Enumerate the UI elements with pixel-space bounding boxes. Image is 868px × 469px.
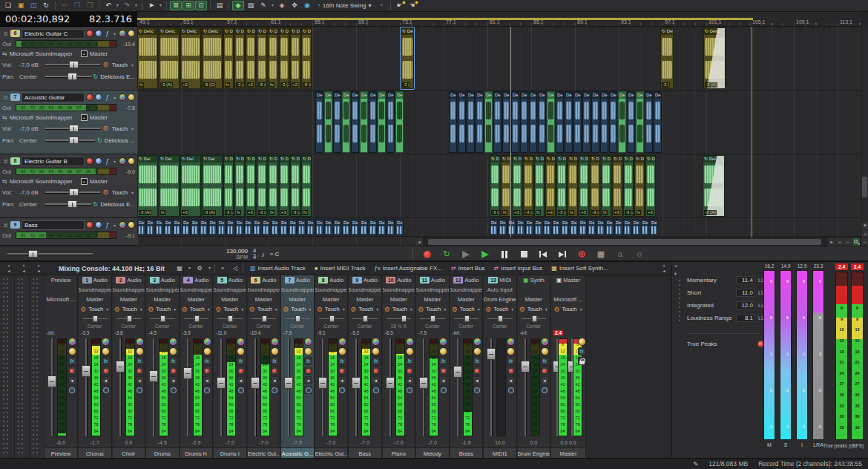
automation-gear-icon[interactable]: ⚙ (384, 306, 391, 313)
channel-fader[interactable] (183, 338, 193, 436)
insert-audio-track-button[interactable]: ▥Insert Audio Track (247, 263, 309, 274)
save-icon[interactable]: ◫ (27, 1, 39, 10)
strip-name[interactable]: Drums (146, 447, 179, 459)
transport-go-to-start-button[interactable] (536, 248, 550, 260)
channel-fader[interactable] (418, 338, 429, 436)
pan-handle[interactable] (363, 315, 368, 322)
audio-clip[interactable]: De (333, 91, 341, 153)
solo-button[interactable] (406, 386, 414, 394)
strip-name[interactable]: Drum Engine (518, 447, 550, 459)
audio-clip[interactable]: ↻ Delic+2 (290, 27, 300, 89)
audio-clip[interactable]: ↻ Delic-3 (A) (279, 27, 289, 89)
audio-clip[interactable]: De (552, 219, 560, 235)
mute-button[interactable] (95, 30, 102, 37)
audio-clip[interactable]: De (360, 219, 368, 235)
chevron-down-icon[interactable]: ▾ (130, 190, 135, 195)
input-gain-knob[interactable] (203, 347, 211, 355)
mute-button[interactable]: ◂ (203, 376, 211, 384)
audio-clip[interactable]: ↻ Delic+2 (246, 27, 256, 89)
audio-clip[interactable]: De (636, 91, 644, 153)
fader-handle[interactable] (251, 377, 260, 389)
undo-icon[interactable]: ↶ (102, 1, 114, 10)
solo-button[interactable] (507, 386, 515, 394)
mute-button[interactable]: ◂ (68, 376, 76, 384)
audio-clip[interactable]: De (511, 91, 519, 153)
timeline-ruler[interactable]: 49.153.157.161.165.169.173.177.181.185.1… (137, 12, 861, 27)
collapse-tracks-button[interactable]: ▼ (861, 221, 868, 229)
channel-fader[interactable] (351, 338, 361, 436)
drag-handle-icon[interactable]: ≣ (2, 158, 9, 165)
close-icon[interactable]: × (7, 263, 10, 269)
input-gain-knob[interactable] (338, 347, 346, 355)
insert-midi-track-button[interactable]: ●Insert MIDI Track (312, 263, 369, 274)
envelope-tool-icon[interactable]: ⊞ (183, 1, 194, 10)
fx-bypass-icon[interactable]: ƒ (104, 94, 111, 101)
chevron-down-icon[interactable]: ▾ (307, 306, 312, 312)
audio-clip[interactable]: De (570, 219, 578, 235)
input-name[interactable]: Soundmapper (180, 285, 213, 295)
close-icon[interactable]: × (22, 263, 25, 269)
input-echo-knob[interactable] (473, 338, 481, 346)
pan-handle[interactable] (430, 315, 435, 322)
audio-clip[interactable]: ↻ Del-3 (A) (137, 155, 158, 217)
output-name[interactable]: Master (450, 295, 483, 304)
input-gain-knob[interactable] (136, 347, 144, 355)
audio-clip[interactable]: De (146, 219, 154, 235)
audio-clip[interactable]: ↻ Del-3 (A) (202, 155, 223, 217)
input-gain-knob[interactable] (304, 347, 312, 355)
slider-handle[interactable] (68, 200, 77, 208)
solo-button[interactable] (473, 386, 481, 394)
fx-button[interactable]: fx (541, 357, 549, 365)
automation-mode[interactable]: Touch (426, 306, 441, 312)
audio-clip[interactable]: De (516, 219, 525, 235)
collapse-icon[interactable]: ◂ (7, 269, 10, 274)
open-folder-icon[interactable]: ▣ (15, 1, 27, 10)
automation-gear-icon[interactable]: ⚙ (114, 306, 121, 313)
scrub-tool-icon[interactable]: ☛ (394, 1, 406, 10)
input-name[interactable]: Soundmapper (349, 285, 381, 295)
record-arm-button[interactable] (86, 157, 93, 165)
pattern-tool-icon[interactable]: ⊡ (195, 1, 207, 10)
chevron-down-icon[interactable]: ▾ (105, 306, 110, 312)
solo-button[interactable] (338, 386, 346, 394)
audio-clip[interactable]: De (289, 219, 297, 235)
collapse-icon[interactable]: ◂ (662, 269, 665, 274)
mute-button[interactable]: ◂ (136, 376, 144, 384)
sync-icon[interactable]: ↻ (40, 1, 52, 10)
strip-name[interactable]: Brass (450, 447, 483, 459)
automation-mode[interactable]: Touch (122, 306, 137, 312)
output-name[interactable]: Microsoft ... (45, 295, 77, 304)
fx-chain-icon[interactable]: ↻ (93, 73, 99, 80)
automation-gear-icon[interactable]: ⚙ (214, 306, 222, 313)
record-arm-button[interactable] (271, 367, 279, 375)
automation-gear-icon[interactable]: ⚙ (102, 188, 110, 196)
input-gain-knob[interactable] (473, 347, 481, 355)
transport-record-button[interactable] (420, 248, 435, 260)
audio-clip[interactable]: ↻ Del+3 (545, 155, 556, 217)
chevron-down-icon[interactable]: ▾ (206, 306, 211, 312)
output-name[interactable]: Microsoft ... (551, 295, 585, 304)
output-device[interactable]: Microsoft Soundmapper (10, 114, 73, 121)
audio-clip[interactable]: De (182, 219, 190, 235)
output-device[interactable]: Microsoft Soundmapper (10, 178, 73, 185)
close-icon[interactable]: × (662, 263, 665, 269)
output-name[interactable]: Drum Engine (484, 295, 516, 304)
input-gain-knob[interactable] (102, 347, 110, 355)
slider-handle[interactable] (68, 73, 77, 80)
chevron-down-icon[interactable]: ▾ (579, 306, 584, 312)
undo-chevron[interactable]: ▾ (115, 1, 120, 10)
lock-button[interactable] (578, 357, 586, 365)
audio-clip[interactable]: De (351, 91, 359, 153)
cut-icon[interactable]: ✂ (59, 1, 70, 10)
output-name[interactable]: Master (281, 295, 314, 304)
audio-clip[interactable]: ↻ Delic-5 (C) (301, 27, 312, 89)
input-gain-knob[interactable] (237, 347, 245, 355)
zoom-out-button[interactable]: − (844, 238, 852, 246)
input-echo-knob[interactable] (136, 338, 144, 346)
automation-mode[interactable]: Touch (493, 306, 508, 312)
input-echo-knob[interactable] (338, 338, 346, 346)
audio-clip[interactable]: De (369, 219, 377, 235)
input-echo-knob[interactable] (406, 338, 414, 346)
track-name-input[interactable]: Electric Guitar B (22, 157, 85, 166)
audio-clip[interactable]: De (645, 91, 653, 153)
